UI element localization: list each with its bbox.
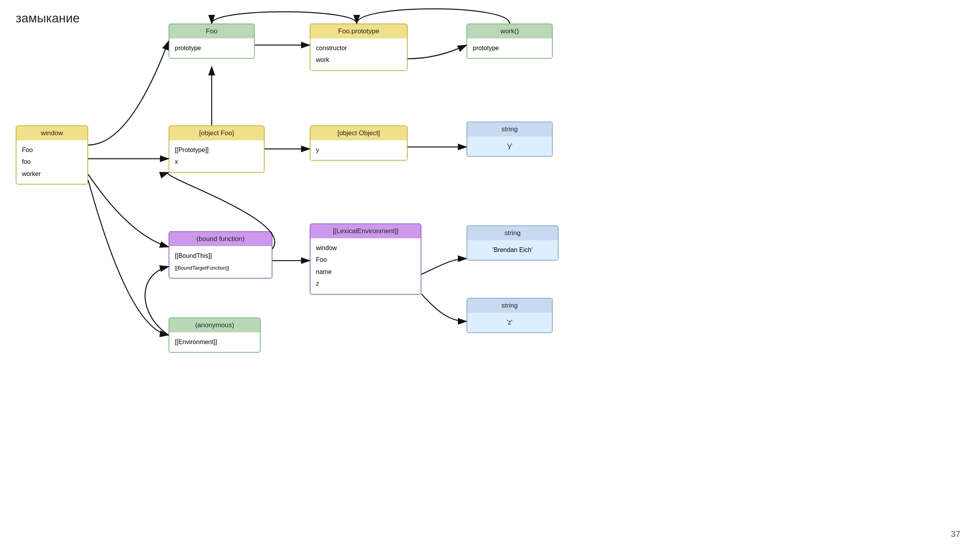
box-anonymous-body: [[Environment]] xyxy=(169,332,260,352)
box-string-y-header: string xyxy=(467,122,552,136)
box-string-brendan-header: string xyxy=(467,226,558,240)
box-work-fn-header: work() xyxy=(467,24,552,38)
box-object-object: [object Object] y xyxy=(310,125,408,161)
page-number: 37 xyxy=(951,529,960,539)
box-object-object-body: y xyxy=(310,140,407,160)
box-string-brendan-body: 'Brendan Eich' xyxy=(467,240,558,260)
box-lexical-env-header: [[LexicalEnvironment]] xyxy=(310,224,421,238)
diagram-arrows xyxy=(0,0,980,551)
box-window-body: Foofooworker xyxy=(16,140,87,184)
box-window: window Foofooworker xyxy=(16,125,88,185)
box-work-fn: work() prototype xyxy=(466,24,553,59)
box-string-y-body: 'y' xyxy=(467,136,552,156)
box-window-header: window xyxy=(16,126,87,140)
box-lexical-env: [[LexicalEnvironment]] windowFoonamez xyxy=(310,223,421,295)
box-bound-function: (bound function) [[BoundThis]][[BoundTar… xyxy=(169,231,272,279)
box-string-y: string 'y' xyxy=(466,121,553,157)
box-foo-header: Foo xyxy=(169,24,254,38)
box-object-object-header: [object Object] xyxy=(310,126,407,140)
box-string-z: string 'z' xyxy=(466,298,553,333)
box-foo-prototype-body: constructorwork xyxy=(310,38,407,70)
box-string-z-header: string xyxy=(467,299,552,313)
box-bound-function-header: (bound function) xyxy=(169,232,272,246)
box-anonymous-header: (anonymous) xyxy=(169,318,260,332)
page-title: замыкание xyxy=(16,11,80,25)
box-anonymous: (anonymous) [[Environment]] xyxy=(169,317,261,353)
box-string-brendan: string 'Brendan Eich' xyxy=(466,225,559,261)
box-foo-prototype: Foo.prototype constructorwork xyxy=(310,24,408,71)
box-work-fn-body: prototype xyxy=(467,38,552,58)
box-foo-prototype-header: Foo.prototype xyxy=(310,24,407,38)
box-bound-function-body: [[BoundThis]][[BoundTargetFunction]] xyxy=(169,246,272,278)
box-foo-body: prototype xyxy=(169,38,254,58)
box-string-z-body: 'z' xyxy=(467,313,552,332)
box-object-foo: [object Foo] [[Prototype]]x xyxy=(169,125,265,173)
box-lexical-env-body: windowFoonamez xyxy=(310,238,421,294)
box-foo-constructor: Foo prototype xyxy=(169,24,255,59)
box-object-foo-body: [[Prototype]]x xyxy=(169,140,264,172)
box-object-foo-header: [object Foo] xyxy=(169,126,264,140)
